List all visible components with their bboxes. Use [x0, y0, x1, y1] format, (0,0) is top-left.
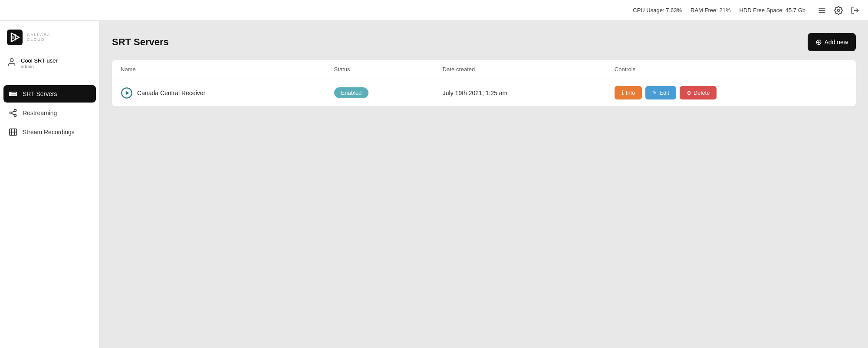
col-date-created: Date created — [434, 60, 606, 79]
svg-marker-24 — [126, 91, 129, 95]
sidebar-logo: CALLABA CLOUD — [0, 21, 99, 52]
srt-servers-icon — [9, 89, 17, 98]
ram-free: RAM Free: 21% — [690, 7, 730, 13]
table-header-row: Name Status Date created Controls — [112, 60, 856, 79]
main-content: SRT Servers ⊕ Add new Name Status Date c… — [100, 21, 868, 348]
svg-point-13 — [10, 95, 11, 96]
topbar-stats: CPU Usage: 7.63% RAM Free: 21% HDD Free … — [633, 7, 806, 13]
sidebar-item-restreaming-label: Restreaming — [23, 109, 57, 116]
table-row: Canada Central Receiver Enabled July 19t… — [112, 79, 856, 107]
srt-servers-table: Name Status Date created Controls — [112, 60, 856, 106]
sidebar-item-restreaming[interactable]: Restreaming — [3, 104, 96, 122]
svg-point-15 — [10, 112, 12, 114]
sidebar-item-srt-servers[interactable]: SRT Servers — [3, 85, 96, 103]
page-title: SRT Servers — [112, 36, 169, 48]
menu-icon[interactable] — [816, 4, 828, 17]
topbar: CPU Usage: 7.63% RAM Free: 21% HDD Free … — [0, 0, 868, 21]
layout: CALLABA CLOUD Cool SRT user admin — [0, 21, 868, 348]
col-name: Name — [112, 60, 326, 79]
add-new-button[interactable]: ⊕ Add new — [808, 33, 856, 51]
play-icon — [121, 87, 133, 99]
cpu-usage: CPU Usage: 7.63% — [633, 7, 682, 13]
edit-button[interactable]: ✎ Edit — [645, 86, 676, 99]
logout-icon[interactable] — [849, 4, 861, 17]
info-button[interactable]: ℹ Info — [615, 86, 642, 99]
sidebar: CALLABA CLOUD Cool SRT user admin — [0, 21, 100, 348]
sidebar-item-stream-recordings-label: Stream Recordings — [23, 129, 75, 136]
callaba-logo-icon — [7, 30, 23, 45]
sidebar-user: Cool SRT user admin — [0, 52, 99, 78]
edit-icon: ✎ — [652, 89, 657, 96]
server-date-cell: July 19th 2021, 1:25 am — [434, 79, 606, 107]
server-status-cell: Enabled — [326, 79, 434, 107]
svg-point-12 — [10, 93, 11, 93]
server-name: Canada Central Receiver — [137, 89, 205, 96]
logo-text: CALLABA CLOUD — [27, 33, 51, 42]
delete-icon: ⊖ — [687, 89, 691, 96]
delete-button[interactable]: ⊖ Delete — [680, 86, 717, 99]
svg-point-3 — [838, 9, 840, 11]
sidebar-item-stream-recordings[interactable]: Stream Recordings — [3, 123, 96, 141]
info-label: Info — [626, 89, 635, 96]
restreaming-icon — [9, 109, 17, 117]
server-controls-cell: ℹ Info ✎ Edit ⊖ Delete — [606, 79, 856, 107]
col-status: Status — [326, 60, 434, 79]
server-name-cell: Canada Central Receiver — [112, 79, 326, 107]
table-header: Name Status Date created Controls — [112, 60, 856, 79]
svg-point-16 — [14, 114, 16, 116]
user-avatar-icon — [7, 57, 16, 69]
status-badge: Enabled — [334, 87, 369, 98]
controls-cell: ℹ Info ✎ Edit ⊖ Delete — [615, 86, 847, 99]
col-controls: Controls — [606, 60, 856, 79]
topbar-icons — [816, 4, 861, 17]
settings-icon[interactable] — [832, 4, 845, 17]
page-header: SRT Servers ⊕ Add new — [112, 33, 856, 51]
svg-line-17 — [12, 113, 14, 115]
add-new-label: Add new — [825, 39, 848, 46]
user-role: admin — [21, 64, 58, 69]
table-body: Canada Central Receiver Enabled July 19t… — [112, 79, 856, 107]
edit-label: Edit — [659, 89, 669, 96]
info-icon: ℹ — [621, 89, 624, 96]
hdd-free: HDD Free Space: 45.7 Gb — [740, 7, 806, 13]
plus-icon: ⊕ — [815, 37, 822, 47]
delete-label: Delete — [694, 89, 710, 96]
stream-recordings-icon — [9, 128, 17, 136]
sidebar-item-srt-servers-label: SRT Servers — [23, 90, 57, 97]
svg-point-14 — [14, 109, 16, 112]
svg-point-9 — [10, 59, 13, 62]
sidebar-nav: SRT Servers Restreaming — [0, 78, 99, 148]
user-name: Cool SRT user — [21, 57, 58, 64]
svg-line-18 — [12, 111, 14, 112]
srt-servers-table-container: Name Status Date created Controls — [112, 60, 856, 106]
user-info: Cool SRT user admin — [21, 57, 58, 69]
